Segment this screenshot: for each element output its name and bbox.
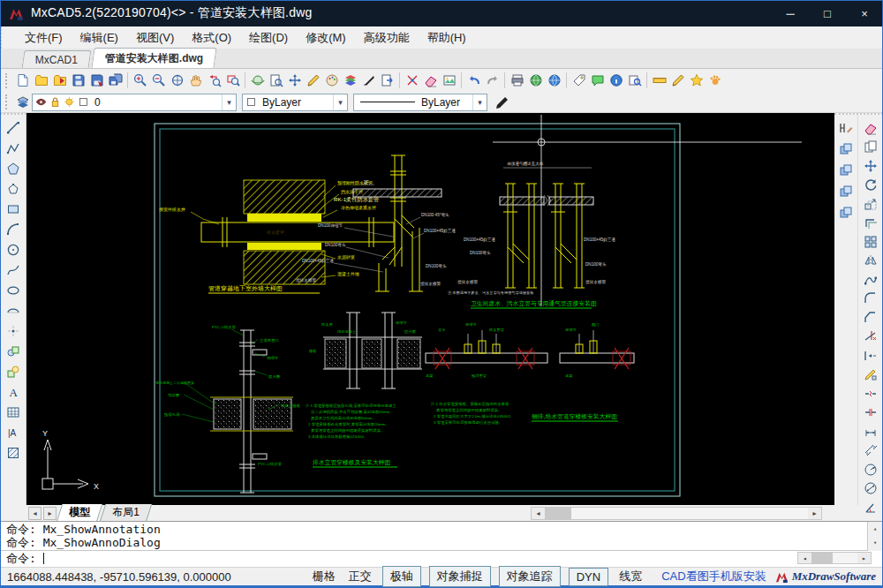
chevron-down-icon[interactable]: ▾ <box>333 94 347 110</box>
text-icon[interactable] <box>4 383 21 400</box>
spline-icon[interactable] <box>4 261 21 278</box>
arc-icon[interactable] <box>4 221 21 237</box>
scroll-down-icon[interactable]: ▾ <box>868 537 882 552</box>
chamfer-icon[interactable] <box>863 309 879 326</box>
layer-stack-icon[interactable] <box>13 93 32 111</box>
dim-diameter-icon[interactable] <box>863 480 879 497</box>
pan-icon[interactable] <box>186 72 205 90</box>
new-icon[interactable] <box>13 72 32 90</box>
color-combobox[interactable]: ByLayer ▾ <box>242 94 348 111</box>
toggle-otrack[interactable]: 对象追踪 <box>499 566 561 587</box>
undo-icon[interactable] <box>464 72 483 90</box>
menu-advanced[interactable]: 高级功能 <box>355 27 419 49</box>
scroll-right-icon[interactable]: ▸ <box>857 553 871 563</box>
chevron-down-icon[interactable]: ▾ <box>222 94 236 110</box>
redo-icon[interactable] <box>483 72 502 90</box>
toggle-lineweight[interactable]: 线宽 <box>616 567 645 586</box>
fillet-icon[interactable] <box>863 290 879 307</box>
canvas-horizontal-scrollbar[interactable]: ◂ ▸ <box>531 507 822 520</box>
dim-radius-icon[interactable] <box>863 461 879 478</box>
command-history[interactable]: 命令: Mx_ShowAnnotation 命令: Mx_ShowAnnoDia… <box>1 522 882 551</box>
hatch-icon[interactable] <box>4 444 21 461</box>
zoom-extents-icon[interactable] <box>168 72 186 90</box>
drawing-canvas[interactable]: 接室外排水井 预埋刚性防水套管 挡水滴子管 RK-1柔性防水套管 冷热伸缩承重水… <box>26 113 834 505</box>
menu-edit[interactable]: 编辑(E) <box>72 27 127 49</box>
circle-icon[interactable] <box>4 241 21 258</box>
menu-draw[interactable]: 绘图(D) <box>240 27 297 49</box>
dim-angular-icon[interactable] <box>863 499 879 516</box>
break-icon[interactable] <box>863 385 879 402</box>
paste-clip-icon[interactable] <box>838 183 855 200</box>
make-block-icon[interactable] <box>4 343 21 359</box>
zoom-out-icon[interactable] <box>149 72 168 90</box>
tab-scroll-left-icon[interactable]: ◂ <box>28 507 42 520</box>
find-icon[interactable] <box>625 72 644 90</box>
minimize-button[interactable]: ─ <box>772 0 809 26</box>
menu-format[interactable]: 格式(O) <box>183 27 240 49</box>
rotate-icon[interactable] <box>863 177 879 193</box>
scrollbar-thumb[interactable] <box>811 553 833 563</box>
scrollbar-thumb[interactable] <box>545 508 571 519</box>
command-horizontal-scrollbar[interactable]: ◂ ▸ <box>797 552 872 564</box>
scrollbar-track[interactable] <box>833 553 857 563</box>
toggle-ortho[interactable]: 正交 <box>346 567 374 586</box>
menu-modify[interactable]: 修改(M) <box>297 27 355 49</box>
point-icon[interactable] <box>4 322 21 339</box>
toggle-grid[interactable]: 栅格 <box>310 567 338 586</box>
about-icon[interactable] <box>607 72 625 90</box>
menu-file[interactable]: 文件(F) <box>16 27 72 49</box>
dim-aligned-icon[interactable] <box>863 442 879 459</box>
menu-view[interactable]: 视图(V) <box>127 27 183 49</box>
dim-linear-icon[interactable] <box>863 423 879 440</box>
save-image-icon[interactable] <box>440 72 458 90</box>
open-web-icon[interactable] <box>545 72 563 90</box>
zoom-previous-icon[interactable] <box>205 72 223 90</box>
zoom-window-icon[interactable] <box>223 72 242 90</box>
doc-tab-active-drawing[interactable]: 管道安装大样图.dwg <box>91 48 217 68</box>
layer-combobox[interactable]: 0 ▾ <box>32 94 237 111</box>
match-brush-icon[interactable] <box>493 93 511 111</box>
erase-icon[interactable] <box>421 72 440 90</box>
scroll-left-icon[interactable]: ◂ <box>798 553 811 563</box>
open-icon[interactable] <box>32 72 50 90</box>
measure-icon[interactable] <box>650 72 668 90</box>
copy-icon[interactable] <box>863 139 879 155</box>
trim-icon[interactable] <box>863 328 879 345</box>
save-dwg-icon[interactable] <box>87 72 106 90</box>
edit-pencil-icon[interactable] <box>668 72 687 90</box>
favorites-icon[interactable] <box>687 72 706 90</box>
orbit-icon[interactable] <box>248 72 267 90</box>
chevron-down-icon[interactable]: ▾ <box>472 94 487 110</box>
command-input[interactable]: 命令: ◂ ▸ <box>1 551 882 566</box>
mtext-icon[interactable] <box>4 424 21 441</box>
mobile-app-link[interactable]: CAD看图手机版安装 <box>661 569 766 584</box>
move-view-icon[interactable] <box>285 72 304 90</box>
save-icon[interactable] <box>69 72 87 90</box>
move-icon[interactable] <box>863 157 879 174</box>
save-as-icon[interactable] <box>106 72 125 90</box>
rectangle-icon[interactable] <box>4 200 21 217</box>
polygon-edge-icon[interactable] <box>4 180 21 197</box>
explode-icon[interactable] <box>403 72 421 90</box>
linetype-combobox[interactable]: ByLayer ▾ <box>353 94 487 111</box>
close-button[interactable]: × <box>846 0 883 26</box>
open-drawing-icon[interactable] <box>50 72 69 90</box>
ellipse-arc-icon[interactable] <box>4 302 21 319</box>
toggle-osnap[interactable]: 对象捕捉 <box>429 566 491 587</box>
sketch-icon[interactable] <box>304 72 322 90</box>
tab-scroll-right-icon[interactable]: ▸ <box>43 507 57 520</box>
scale-icon[interactable] <box>863 195 879 212</box>
extend-icon[interactable] <box>863 347 879 364</box>
brand-badge[interactable]: MxDrawSoftware <box>775 569 876 584</box>
toggle-polar[interactable]: 极轴 <box>382 566 421 587</box>
tab-model[interactable]: 模型 <box>57 504 102 522</box>
scroll-right-icon[interactable]: ▸ <box>808 508 821 519</box>
help-icon[interactable] <box>706 72 724 90</box>
scroll-left-icon[interactable]: ◂ <box>532 508 545 519</box>
join-icon[interactable] <box>863 404 879 421</box>
export-view-icon[interactable] <box>378 72 396 90</box>
menu-help[interactable]: 帮助(H) <box>419 27 475 49</box>
table-icon[interactable] <box>4 403 21 420</box>
comment-icon[interactable] <box>588 72 607 90</box>
copy-clip-icon[interactable] <box>838 162 855 178</box>
